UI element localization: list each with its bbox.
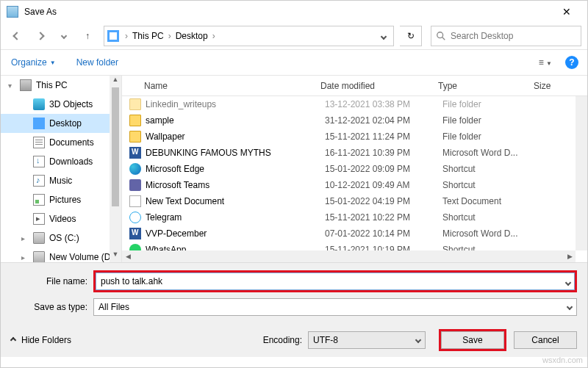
file-type: File folder xyxy=(442,99,545,109)
col-date[interactable]: Date modified xyxy=(320,81,438,91)
tree-caret-icon: ▸ xyxy=(21,234,29,242)
up-button[interactable] xyxy=(77,26,98,46)
file-row[interactable]: New Text Document15-01-2022 04:19 PMText… xyxy=(122,193,587,209)
save-type-label: Save as type: xyxy=(11,302,93,312)
window-title: Save As xyxy=(24,7,552,17)
forward-button[interactable] xyxy=(30,26,51,46)
search-icon xyxy=(436,31,446,41)
file-date: 15-11-2021 10:22 PM xyxy=(325,212,442,223)
file-type: Shortcut xyxy=(442,164,545,174)
help-button[interactable]: ? xyxy=(565,56,578,69)
hide-folders-button[interactable]: Hide Folders xyxy=(11,335,71,345)
sidebar-item-label: Videos xyxy=(49,214,76,224)
sidebar-item-music[interactable]: Music xyxy=(1,171,121,190)
ico-down-icon xyxy=(33,156,45,167)
sidebar-item-os-c-[interactable]: ▸OS (C:) xyxy=(1,228,121,248)
title-bar: Save As ✕ xyxy=(1,1,587,23)
file-vscrollbar[interactable] xyxy=(576,96,587,250)
ico-vid-icon xyxy=(33,213,45,225)
file-name-input[interactable] xyxy=(96,273,575,290)
sidebar-item-downloads[interactable]: Downloads xyxy=(1,152,121,171)
word-icon xyxy=(129,228,141,239)
sidebar-item-label: Downloads xyxy=(49,156,93,167)
sidebar-item-label: New Volume (D:) xyxy=(49,252,116,262)
folder-icon xyxy=(129,115,141,126)
file-name: Linkedin_writeups xyxy=(146,99,325,109)
file-row[interactable]: Wallpaper15-11-2021 11:24 PMFile folder xyxy=(122,129,587,145)
encoding-select[interactable]: UTF-8 xyxy=(308,331,426,349)
sidebar-item-label: Desktop xyxy=(49,118,82,129)
breadcrumb-dropdown[interactable] xyxy=(377,31,390,41)
file-type: Microsoft Word D... xyxy=(442,148,545,158)
save-button[interactable]: Save xyxy=(441,331,504,349)
save-type-select[interactable]: All Files xyxy=(93,298,577,316)
tree-caret-icon: ▾ xyxy=(8,82,15,90)
edge-icon xyxy=(129,163,141,175)
file-name-dropdown[interactable] xyxy=(566,277,570,287)
file-row[interactable]: Linkedin_writeups13-12-2021 03:38 PMFile… xyxy=(122,96,587,112)
folder-icon xyxy=(129,131,141,142)
sidebar-item-this-pc[interactable]: ▾This PC xyxy=(1,76,121,95)
file-date: 31-12-2021 02:04 PM xyxy=(325,115,442,126)
ico-pc-icon xyxy=(20,79,32,91)
refresh-button[interactable]: ↻ xyxy=(400,26,422,46)
ico-3d-icon xyxy=(33,98,45,110)
cancel-button[interactable]: Cancel xyxy=(514,331,577,349)
search-placeholder: Search Desktop xyxy=(451,31,513,41)
chevron-right-icon: › xyxy=(167,31,173,41)
file-row[interactable]: sample31-12-2021 02:04 PMFile folder xyxy=(122,112,587,129)
sidebar-item-pictures[interactable]: Pictures xyxy=(1,190,121,209)
sidebar-item-desktop[interactable]: Desktop xyxy=(1,114,121,133)
file-row[interactable]: Microsoft Teams10-12-2021 09:49 AMShortc… xyxy=(122,177,587,193)
file-name: Microsoft Edge xyxy=(146,164,325,174)
view-options-button[interactable]: ≡ ▼ xyxy=(534,57,556,68)
pc-icon xyxy=(107,30,119,42)
chevron-right-icon: › xyxy=(123,31,129,41)
file-row[interactable]: DEBUNKING FAMOUS MYTHS16-11-2021 10:39 P… xyxy=(122,145,587,161)
toolbar: Organize▼ New folder ≡ ▼ ? xyxy=(1,49,587,76)
column-headers[interactable]: Name Date modified Type Size xyxy=(122,76,587,96)
tg-icon xyxy=(129,212,141,223)
file-name-label: File name: xyxy=(11,276,93,286)
file-hscrollbar[interactable]: ◀▶ xyxy=(122,250,576,262)
breadcrumb[interactable]: › This PC › Desktop › xyxy=(104,26,394,46)
file-date: 13-12-2021 03:38 PM xyxy=(325,99,442,109)
ico-music-icon xyxy=(33,175,45,187)
file-row[interactable]: Telegram15-11-2021 10:22 PMShortcut xyxy=(122,209,587,226)
close-button[interactable]: ✕ xyxy=(552,6,581,18)
file-name: VVP-December xyxy=(146,228,325,239)
sidebar-item-3d-objects[interactable]: 3D Objects xyxy=(1,95,121,114)
main-area: ▾This PC3D ObjectsDesktopDocumentsDownlo… xyxy=(1,76,587,262)
recent-dropdown[interactable] xyxy=(54,26,74,46)
file-type: Shortcut xyxy=(442,212,545,223)
back-button[interactable] xyxy=(7,26,27,46)
file-type: Text Document xyxy=(442,196,545,206)
sidebar-item-label: OS (C:) xyxy=(49,233,79,243)
organize-button[interactable]: Organize▼ xyxy=(10,54,57,71)
col-type[interactable]: Type xyxy=(438,81,526,91)
sidebar-item-documents[interactable]: Documents xyxy=(1,133,121,152)
file-date: 15-01-2022 04:19 PM xyxy=(325,196,442,206)
new-folder-button[interactable]: New folder xyxy=(75,54,120,71)
sidebar-item-new-volume-d-[interactable]: ▸New Volume (D:) xyxy=(1,248,121,262)
file-date: 07-01-2022 10:14 PM xyxy=(325,228,442,239)
file-date: 10-12-2021 09:49 AM xyxy=(325,180,442,190)
teams-icon xyxy=(129,179,141,191)
file-row[interactable]: VVP-December07-01-2022 10:14 PMMicrosoft… xyxy=(122,226,587,242)
sidebar-item-videos[interactable]: Videos xyxy=(1,209,121,228)
file-row[interactable]: Microsoft Edge15-01-2022 09:09 PMShortcu… xyxy=(122,161,587,177)
file-type: File folder xyxy=(442,115,545,126)
file-date: 16-11-2021 10:39 PM xyxy=(325,148,442,158)
file-type: File folder xyxy=(442,131,545,142)
search-input[interactable]: Search Desktop xyxy=(431,26,581,46)
file-name: Wallpaper xyxy=(146,131,325,142)
file-name: sample xyxy=(146,115,325,126)
sidebar-scrollbar[interactable]: ▲ ▼ xyxy=(110,76,121,262)
col-name[interactable]: Name xyxy=(122,81,320,91)
col-size[interactable]: Size xyxy=(526,81,587,91)
file-type: Microsoft Word D... xyxy=(442,228,545,239)
ico-pic-icon xyxy=(33,194,45,206)
tree-caret-icon: ▸ xyxy=(21,253,29,261)
breadcrumb-folder[interactable]: Desktop xyxy=(173,31,211,41)
breadcrumb-root[interactable]: This PC xyxy=(129,31,167,41)
